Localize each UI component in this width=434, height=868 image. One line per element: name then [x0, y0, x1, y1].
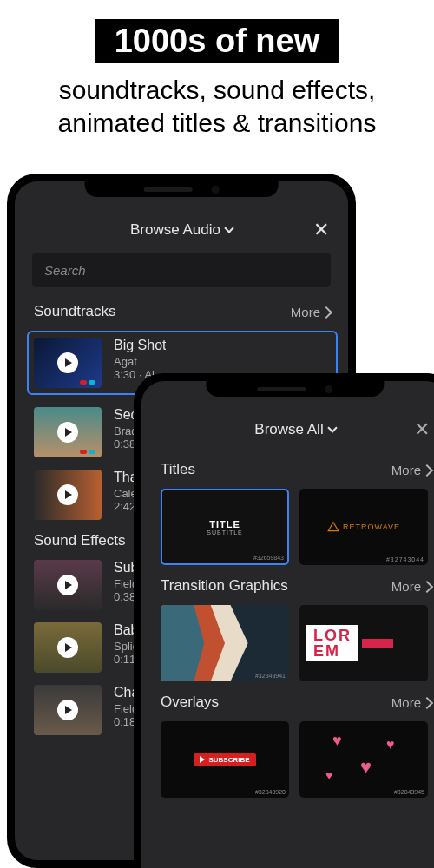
- more-button[interactable]: More: [391, 463, 431, 477]
- play-icon[interactable]: [57, 637, 78, 658]
- more-button[interactable]: More: [391, 695, 431, 710]
- chevron-down-icon: [226, 221, 233, 239]
- play-icon[interactable]: [57, 422, 78, 443]
- section-title: Soundtracks: [34, 303, 116, 320]
- play-icon[interactable]: [57, 700, 78, 720]
- chevron-right-icon: [423, 463, 431, 477]
- phone-mockup-graphics: Browse All ✕ Titles More TITLE SUBTITLE …: [134, 373, 434, 868]
- chevron-right-icon: [423, 579, 431, 594]
- section-title: Transition Graphics: [161, 577, 288, 595]
- panel-header: Browse Audio ✕: [15, 206, 348, 249]
- close-button[interactable]: ✕: [414, 420, 430, 439]
- track-title: Big Shot: [114, 338, 166, 353]
- overlay-thumb[interactable]: SUBSCRIBE #32843920: [161, 721, 289, 798]
- chevron-right-icon: [322, 305, 331, 319]
- panel-header: Browse All ✕: [141, 405, 434, 449]
- track-artist: Agat: [114, 355, 166, 368]
- promo-headline: 1000s of new soundtracks, sound effects,…: [0, 19, 434, 139]
- headline-main: 1000s of new: [95, 19, 339, 63]
- transition-thumb[interactable]: #32843941: [161, 605, 289, 681]
- section-title: Titles: [161, 461, 195, 478]
- panel-title-dropdown[interactable]: Browse Audio: [130, 221, 233, 239]
- section-title: Overlays: [161, 694, 219, 711]
- overlay-thumb[interactable]: ♥ ♥ ♥ ♥ #32843945: [299, 721, 428, 798]
- search-input[interactable]: Search: [32, 253, 331, 287]
- title-thumb[interactable]: RETROWAVE #32743044: [299, 489, 428, 565]
- headline-sub: soundtracks, sound effects, animated tit…: [0, 74, 434, 139]
- chevron-right-icon: [423, 695, 431, 710]
- more-button[interactable]: More: [291, 305, 331, 319]
- section-title: Sound Effects: [34, 532, 126, 549]
- play-icon[interactable]: [57, 575, 78, 595]
- close-button[interactable]: ✕: [313, 220, 329, 240]
- play-icon[interactable]: [57, 352, 78, 373]
- play-icon[interactable]: [57, 484, 78, 505]
- more-button[interactable]: More: [391, 579, 431, 594]
- panel-title-dropdown[interactable]: Browse All: [254, 421, 335, 438]
- search-placeholder: Search: [44, 263, 86, 278]
- chevron-down-icon: [329, 421, 336, 438]
- transition-thumb[interactable]: LOREM: [299, 605, 428, 681]
- title-thumb[interactable]: TITLE SUBTITLE #32659843: [161, 489, 289, 565]
